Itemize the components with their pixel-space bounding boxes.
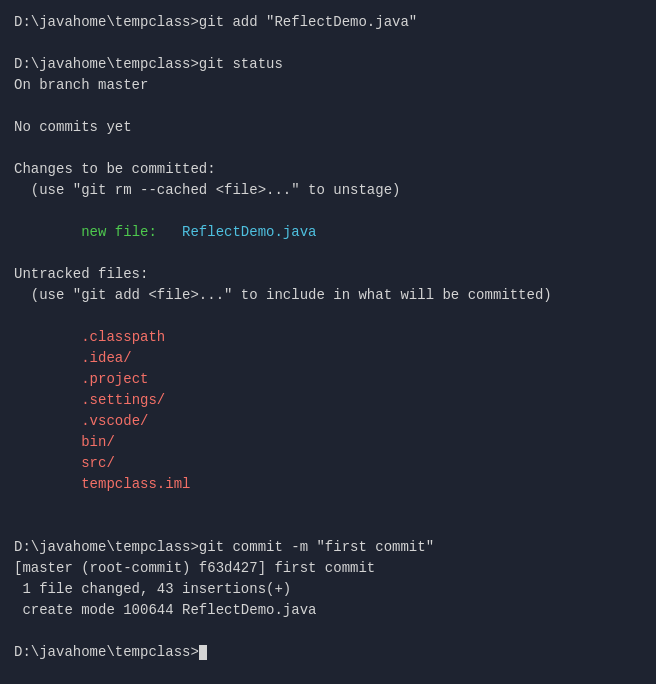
terminal-text: No commits yet [14, 119, 132, 135]
terminal-line: D:\javahome\tempclass>git commit -m "fir… [14, 537, 642, 558]
terminal-cursor [199, 645, 207, 660]
terminal-text [14, 476, 81, 492]
terminal-line: .classpath [14, 327, 642, 348]
terminal-line: D:\javahome\tempclass>git add "ReflectDe… [14, 12, 642, 33]
terminal-window: D:\javahome\tempclass>git add "ReflectDe… [0, 0, 656, 684]
terminal-line: create mode 100644 ReflectDemo.java [14, 600, 642, 621]
blank-line [14, 243, 642, 264]
terminal-text: D:\javahome\tempclass>git status [14, 56, 283, 72]
terminal-line: .settings/ [14, 390, 642, 411]
terminal-line: Changes to be committed: [14, 159, 642, 180]
terminal-text: (use "git rm --cached <file>..." to unst… [14, 182, 400, 198]
terminal-text: new file: [81, 224, 157, 240]
blank-line [14, 138, 642, 159]
terminal-line: .idea/ [14, 348, 642, 369]
terminal-line: bin/ [14, 432, 642, 453]
terminal-text [14, 392, 81, 408]
terminal-text [14, 224, 81, 240]
terminal-text [14, 371, 81, 387]
terminal-text: D:\javahome\tempclass> [14, 644, 199, 660]
terminal-line: .vscode/ [14, 411, 642, 432]
terminal-line: .project [14, 369, 642, 390]
terminal-text: .classpath [81, 329, 165, 345]
terminal-line: new file: ReflectDemo.java [14, 222, 642, 243]
terminal-line: (use "git add <file>..." to include in w… [14, 285, 642, 306]
terminal-text [14, 455, 81, 471]
blank-line [14, 306, 642, 327]
terminal-text: [master (root-commit) f63d427] first com… [14, 560, 375, 576]
terminal-text [14, 329, 81, 345]
terminal-line: src/ [14, 453, 642, 474]
terminal-text: D:\javahome\tempclass>git add "ReflectDe… [14, 14, 417, 30]
terminal-text [14, 413, 81, 429]
terminal-text: ReflectDemo.java [157, 224, 317, 240]
terminal-text: create mode 100644 ReflectDemo.java [14, 602, 316, 618]
terminal-text [14, 434, 81, 450]
terminal-line: [master (root-commit) f63d427] first com… [14, 558, 642, 579]
blank-line [14, 495, 642, 516]
terminal-text [14, 350, 81, 366]
terminal-line: On branch master [14, 75, 642, 96]
blank-line [14, 96, 642, 117]
terminal-text: tempclass.iml [81, 476, 190, 492]
terminal-line: Untracked files: [14, 264, 642, 285]
terminal-line: D:\javahome\tempclass> [14, 642, 642, 663]
terminal-line: No commits yet [14, 117, 642, 138]
blank-line [14, 516, 642, 537]
terminal-text: .project [81, 371, 148, 387]
terminal-text: Untracked files: [14, 266, 148, 282]
terminal-text: .settings/ [81, 392, 165, 408]
terminal-line: tempclass.iml [14, 474, 642, 495]
terminal-text: D:\javahome\tempclass>git commit -m "fir… [14, 539, 434, 555]
terminal-text: On branch master [14, 77, 148, 93]
terminal-text: Changes to be committed: [14, 161, 216, 177]
terminal-text: bin/ [81, 434, 115, 450]
terminal-line: D:\javahome\tempclass>git status [14, 54, 642, 75]
terminal-text: .idea/ [81, 350, 131, 366]
terminal-text: 1 file changed, 43 insertions(+) [14, 581, 291, 597]
terminal-text: src/ [81, 455, 115, 471]
terminal-line: (use "git rm --cached <file>..." to unst… [14, 180, 642, 201]
blank-line [14, 621, 642, 642]
terminal-line: 1 file changed, 43 insertions(+) [14, 579, 642, 600]
blank-line [14, 33, 642, 54]
blank-line [14, 201, 642, 222]
terminal-text: (use "git add <file>..." to include in w… [14, 287, 552, 303]
terminal-text: .vscode/ [81, 413, 148, 429]
